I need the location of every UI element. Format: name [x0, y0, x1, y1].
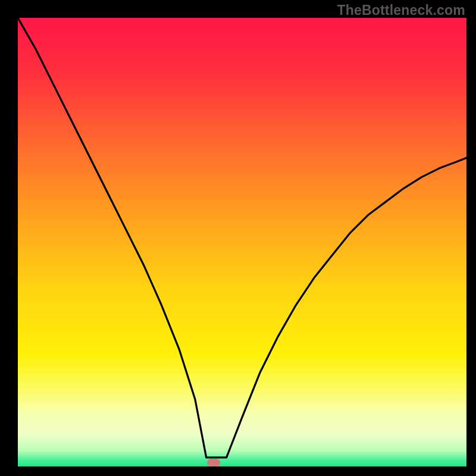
min-marker: [207, 459, 220, 466]
bottleneck-curve: [18, 18, 466, 466]
watermark-label: TheBottleneck.com: [337, 2, 465, 18]
plot-area: [18, 18, 466, 466]
chart-frame: TheBottleneck.com: [0, 0, 476, 476]
